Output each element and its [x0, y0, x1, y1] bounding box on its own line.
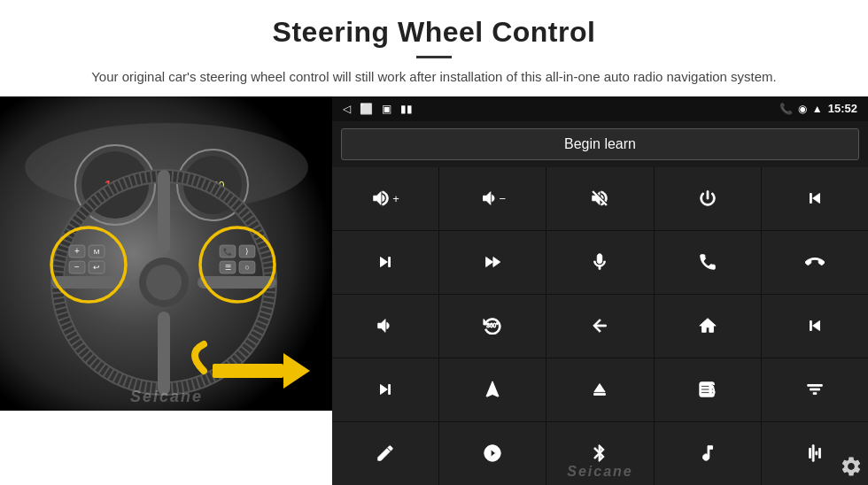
android-status-bar: ◁ ⬜ ▣ ▮▮ 📞 ◉ ▲ 15:52	[332, 96, 868, 121]
mute-button[interactable]	[546, 167, 653, 230]
mute-icon	[590, 189, 609, 208]
phone-call-icon	[698, 252, 717, 272]
back-nav-icon	[590, 316, 609, 335]
horn-button[interactable]	[332, 295, 438, 358]
page-title: Steering Wheel Control	[53, 16, 815, 49]
page-wrapper: Steering Wheel Control Your original car…	[0, 0, 868, 485]
hang-up-icon	[805, 252, 825, 272]
phone-call-button[interactable]	[655, 231, 761, 294]
gear-settings-icon	[840, 455, 863, 478]
vol-up-label: +	[392, 192, 399, 205]
skip-back2-button[interactable]	[762, 295, 868, 358]
volume-down-button[interactable]: −	[439, 167, 546, 230]
begin-learn-row: Begin learn	[332, 121, 868, 167]
bluetooth-button[interactable]	[546, 422, 653, 485]
svg-text:360°: 360°	[487, 322, 500, 328]
equalizer-icon	[805, 380, 825, 399]
skip-forward-button[interactable]	[332, 358, 438, 421]
skip-back2-icon	[805, 316, 825, 335]
navigation-button[interactable]	[439, 358, 546, 421]
ff-mute-button[interactable]	[439, 231, 546, 294]
vol-down-label: −	[499, 192, 506, 205]
hang-up-button[interactable]	[762, 231, 868, 294]
status-bar-right: 📞 ◉ ▲ 15:52	[779, 102, 857, 115]
power-icon	[698, 189, 717, 208]
status-bar-left: ◁ ⬜ ▣ ▮▮	[343, 103, 413, 115]
svg-text:↩: ↩	[93, 263, 100, 272]
car-image-panel: 120 3000	[0, 96, 332, 411]
radio-icon	[698, 380, 717, 399]
steering-wheel-svg: 120 3000	[0, 96, 332, 411]
svg-text:+: +	[74, 246, 80, 256]
home-icon: ⬜	[360, 103, 373, 115]
ff-mute-icon	[483, 252, 502, 272]
media-icon: ▮▮	[400, 103, 413, 115]
prev-track-icon	[805, 189, 825, 208]
pen-button[interactable]	[332, 422, 438, 485]
volume-down-icon	[479, 189, 499, 208]
pen-icon	[376, 443, 395, 463]
title-divider	[416, 56, 452, 58]
back-arrow-icon: ◁	[343, 103, 351, 115]
prev-track-button[interactable]	[762, 167, 868, 230]
next-track-button[interactable]	[332, 231, 438, 294]
volume-up-icon	[371, 189, 391, 208]
svg-text:−: −	[74, 262, 80, 272]
360-button[interactable]: 360°	[439, 295, 546, 358]
svg-text:📞: 📞	[223, 247, 232, 256]
controls-grid: + −	[332, 167, 868, 486]
360-label: 360°	[483, 315, 502, 336]
home-nav-button[interactable]	[655, 295, 761, 358]
equalizer-button[interactable]	[762, 358, 868, 421]
svg-text:☰: ☰	[225, 264, 231, 272]
begin-learn-button[interactable]: Begin learn	[341, 128, 859, 160]
header-section: Steering Wheel Control Your original car…	[0, 0, 868, 96]
svg-text:M: M	[94, 248, 100, 256]
recent-apps-icon: ▣	[382, 103, 391, 115]
next-track-icon	[376, 252, 395, 272]
steering-wheel-background: 120 3000	[0, 96, 332, 411]
eject-icon	[590, 380, 609, 399]
waveform-icon	[805, 443, 825, 463]
svg-text:⟩: ⟩	[245, 247, 249, 256]
svg-point-15	[146, 265, 182, 300]
skip-forward-icon	[376, 380, 395, 399]
settings-circle-button[interactable]	[439, 422, 546, 485]
subtitle-text: Your original car's steering wheel contr…	[89, 67, 779, 88]
android-screen: ◁ ⬜ ▣ ▮▮ 📞 ◉ ▲ 15:52 Begin learn	[332, 96, 868, 486]
clock-display: 15:52	[828, 102, 857, 115]
horn-icon	[376, 316, 395, 335]
music-icon	[698, 443, 717, 463]
bluetooth-icon	[590, 443, 609, 463]
svg-rect-34	[213, 364, 283, 378]
eject-button[interactable]	[546, 358, 653, 421]
location-icon: ◉	[798, 103, 807, 115]
mic-button[interactable]	[546, 231, 653, 294]
content-section: 120 3000	[0, 96, 868, 486]
360-icon: 360°	[483, 315, 502, 335]
power-button[interactable]	[655, 167, 761, 230]
settings-circle-icon	[483, 443, 502, 463]
wifi-icon: ▲	[812, 103, 823, 115]
svg-text:○: ○	[244, 263, 249, 272]
phone-icon: 📞	[779, 103, 793, 115]
volume-up-button[interactable]: +	[332, 167, 438, 230]
navigation-icon	[483, 380, 502, 399]
back-nav-button[interactable]	[546, 295, 653, 358]
home-nav-icon	[698, 316, 717, 335]
gear-icon-container[interactable]	[840, 455, 863, 481]
radio-button[interactable]	[655, 358, 761, 421]
mic-icon	[590, 252, 609, 272]
music-button[interactable]	[655, 422, 761, 485]
svg-text:Seicane: Seicane	[130, 388, 203, 405]
android-screen-inner: ◁ ⬜ ▣ ▮▮ 📞 ◉ ▲ 15:52 Begin learn	[332, 96, 868, 486]
